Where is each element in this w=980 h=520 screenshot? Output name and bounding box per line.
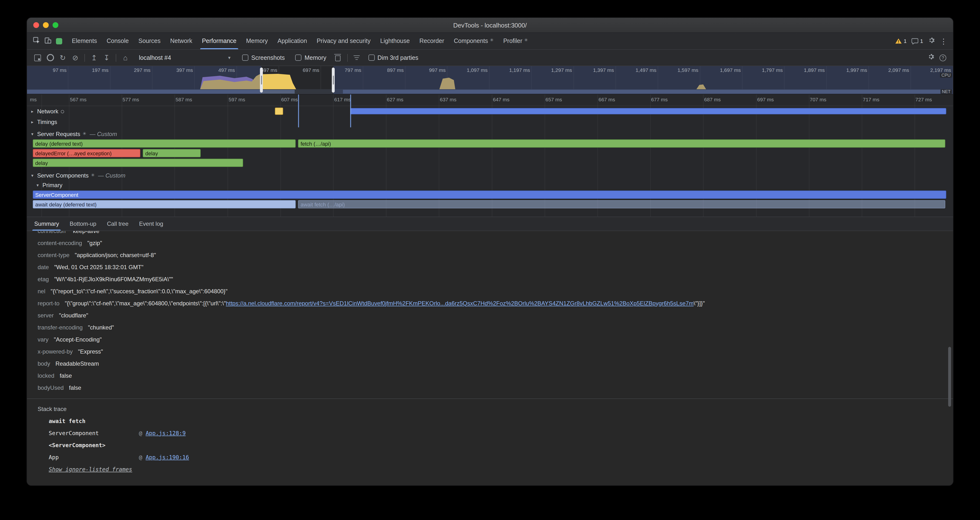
overview-ruler-label: 2,097 ms (888, 67, 910, 73)
collect-garbage-button[interactable] (332, 52, 344, 64)
panel-tab[interactable]: Memory (241, 33, 273, 49)
header-key: server (38, 312, 54, 319)
capture-settings-gear-icon[interactable] (928, 53, 935, 62)
network-request-bar[interactable] (350, 108, 946, 114)
ruler-label: 657 ms (546, 97, 562, 102)
network-track-label[interactable]: ▸ Network (30, 108, 64, 115)
panel-tab[interactable]: Privacy and security (312, 33, 375, 49)
show-ignore-listed-link[interactable]: Show ignore-listed frames (49, 463, 953, 475)
panel-tabbar: Elements Console Sources Network Perform… (27, 33, 953, 50)
panel-tab[interactable]: Sources (134, 33, 165, 49)
server-requests-row-1: delay (deferred text)fetch (…/api) (27, 139, 953, 149)
collapse-icon[interactable]: ▾ (30, 132, 35, 137)
header-key: date (38, 264, 49, 270)
collapse-icon[interactable]: ▾ (35, 183, 40, 188)
server-components-header[interactable]: ▾ Server Components ✳ — Custom (27, 171, 953, 180)
timings-track-label[interactable]: ▸ Timings (30, 118, 57, 125)
throttling-icon[interactable] (351, 52, 363, 64)
overview-ruler-label: 1,997 ms (846, 67, 869, 73)
panel-tab[interactable]: Lighthouse (375, 33, 415, 49)
toolbar-divider (116, 54, 116, 62)
ruler-label: 567 ms (70, 97, 87, 102)
flame-bar[interactable]: delay (143, 149, 200, 157)
flame-bar[interactable]: await fetch (…/api) (298, 200, 945, 208)
checkbox-box (242, 54, 248, 61)
primary-subtrack-header[interactable]: ▾ Primary (27, 180, 953, 190)
header-row-report-to: report-to "{\"group\":\"cf-nel\",\"max_a… (27, 297, 953, 309)
panel-tab[interactable]: Elements (67, 33, 102, 49)
collapse-icon[interactable]: ▾ (30, 173, 35, 178)
load-profile-button[interactable]: ↥ (88, 52, 100, 64)
server-components-row-2: await delay (deferred text)await fetch (… (27, 200, 953, 210)
checkbox-box (368, 54, 374, 61)
help-icon[interactable]: ? (940, 54, 946, 61)
flame-bar[interactable]: ServerComponent (33, 191, 946, 199)
record-and-reload-button[interactable]: ↻ (57, 52, 68, 64)
flame-chart[interactable]: ms567 ms577 ms587 ms597 ms607 ms617 ms62… (27, 95, 953, 216)
flame-bar[interactable]: delayedError (…ayed exception) (33, 149, 141, 157)
drawer-tab[interactable]: Bottom-up (64, 217, 102, 231)
header-key: report-to (38, 300, 60, 307)
header-key: x-powered-by (38, 348, 73, 355)
drawer-tab[interactable]: Summary (29, 217, 64, 231)
cpu-chip: CPU (940, 73, 952, 78)
ruler-label: 577 ms (123, 97, 139, 102)
drawer-tab[interactable]: Event log (134, 217, 169, 231)
panel-tab[interactable]: Performance (197, 33, 241, 49)
server-requests-header[interactable]: ▾ Server Requests ✳ — Custom (27, 129, 953, 139)
memory-checkbox[interactable]: Memory (295, 54, 326, 61)
summary-pane[interactable]: connection "keep-alive" content-encoding… (27, 231, 953, 485)
flame-bar[interactable]: delay (deferred text) (33, 139, 296, 148)
response-headers-list: server "cloudflare" transfer-encoding "c… (27, 309, 953, 394)
frame-location-link[interactable]: App.js:128:9 (146, 429, 186, 436)
inspect-icon[interactable] (33, 37, 40, 46)
screenshots-label: Screenshots (251, 54, 285, 61)
summary-scrollbar[interactable] (948, 347, 951, 407)
header-key: locked (38, 372, 54, 379)
header-value: "keep-alive" (71, 231, 101, 234)
screenshots-checkbox[interactable]: Screenshots (242, 54, 285, 61)
network-request-bar[interactable] (275, 108, 283, 115)
panel-tab[interactable]: Network (165, 33, 197, 49)
save-profile-button[interactable]: ↧ (101, 52, 112, 64)
expand-icon[interactable]: ▸ (30, 109, 35, 114)
history-select[interactable]: localhost #4 ▾ (135, 52, 234, 64)
track-config-icon[interactable] (61, 110, 64, 113)
more-menu-icon[interactable]: ⋮ (940, 37, 947, 45)
extension-icon[interactable] (56, 38, 62, 44)
header-value: "Accept-Encoding" (54, 336, 102, 343)
message-bubble-icon (912, 38, 918, 44)
selection-handle-left[interactable] (260, 68, 263, 92)
drawer-tab[interactable]: Call tree (102, 217, 134, 231)
expand-icon[interactable]: ▸ (30, 119, 35, 124)
selection-handle-right[interactable] (332, 68, 335, 92)
live-metrics-icon[interactable] (32, 52, 43, 64)
panel-tab[interactable]: Console (102, 33, 134, 49)
record-button[interactable] (45, 52, 56, 64)
header-key: body (38, 360, 50, 367)
panel-tab-label: Network (170, 38, 192, 45)
console-messages-badge[interactable]: 1 (912, 38, 923, 44)
header-row: transfer-encoding "chunked" (27, 321, 953, 333)
flame-bar[interactable]: await delay (deferred text) (33, 200, 296, 208)
warning-badge[interactable]: 1 (895, 38, 907, 44)
overview-ruler-label: 297 ms (134, 67, 152, 73)
dim-3rd-parties-checkbox[interactable]: Dim 3rd parties (368, 54, 418, 61)
ruler-label: 677 ms (651, 97, 668, 102)
panel-tab[interactable]: Recorder (415, 33, 449, 49)
panel-tab[interactable]: Application (273, 33, 312, 49)
report-to-url-link[interactable]: https://a.nel.cloudflare.com/report/v4?s… (226, 300, 694, 307)
timeline-overview[interactable]: 97 ms197 ms297 ms397 ms497 ms597 ms697 m… (27, 66, 953, 95)
network-track[interactable]: ▸ Network (27, 106, 953, 117)
home-button[interactable]: ⌂ (119, 52, 131, 64)
flame-bar[interactable]: fetch (…/api) (298, 139, 945, 148)
frame-location-link[interactable]: App.js:190:16 (146, 454, 189, 460)
device-toolbar-icon[interactable] (45, 37, 52, 46)
clear-button[interactable]: ⊘ (70, 52, 81, 64)
settings-gear-icon[interactable] (928, 37, 935, 46)
overview-ruler-label: 1,897 ms (804, 67, 826, 73)
timings-track[interactable]: ▸ Timings (27, 117, 953, 127)
panel-tab[interactable]: Components ✳ (449, 33, 498, 49)
panel-tab[interactable]: Profiler ✳ (498, 33, 533, 49)
flame-bar[interactable]: delay (33, 159, 243, 167)
